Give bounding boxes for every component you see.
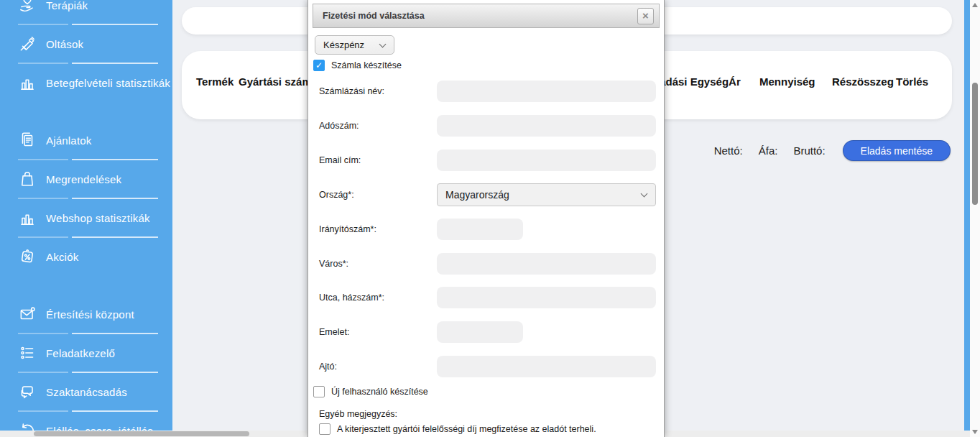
sidebar-item-label: Akciók <box>46 251 78 263</box>
sidebar-divider <box>0 24 172 25</box>
sidebar-divider <box>0 159 172 160</box>
floor-label: Emelet: <box>319 327 349 337</box>
shopping-bag-icon <box>18 170 37 188</box>
scroll-down-arrow-icon[interactable] <box>972 430 978 434</box>
sidebar-item-oltasok[interactable]: Oltások <box>0 25 172 63</box>
payment-method-select[interactable]: Készpénz <box>315 35 394 55</box>
vertical-scrollbar-thumb[interactable] <box>972 83 978 205</box>
sidebar-divider <box>0 198 172 199</box>
door-field-row: Ajtó: <box>308 356 665 377</box>
bar-chart-icon <box>18 73 37 92</box>
sidebar-item-label: Oltások <box>46 38 83 50</box>
new-user-checkbox-row: Új felhasználó készítése <box>313 386 428 397</box>
close-icon[interactable]: × <box>637 8 654 24</box>
email-label: Email cím: <box>319 155 361 165</box>
brutto-label: Bruttó: <box>793 144 825 157</box>
sidebar-item-ajanlatok[interactable]: Ajánlatok <box>0 121 172 159</box>
sidebar-item-megrendelesek[interactable]: Megrendelések <box>0 160 172 198</box>
netto-label: Nettó: <box>714 144 743 157</box>
chevron-down-icon <box>379 40 387 47</box>
new-user-checkbox[interactable] <box>313 386 325 397</box>
sidebar-item-terapiak[interactable]: Terápiák <box>0 0 172 24</box>
door-input[interactable] <box>437 356 656 377</box>
sidebar-divider <box>0 236 172 238</box>
payment-method-modal: Fizetési mód választása × Készpénz ✓ Szá… <box>308 0 665 437</box>
sidebar-item-label: Értesítési központ <box>46 308 134 321</box>
sidebar-item-label: Feladatkezelő <box>46 347 115 359</box>
sidebar-divider <box>0 410 172 412</box>
floor-field-row: Emelet: <box>308 321 665 343</box>
payment-method-value: Készpénz <box>315 40 376 50</box>
sidebar-item-label: Terápiák <box>46 0 88 12</box>
save-sale-button[interactable]: Eladás mentése <box>843 140 951 161</box>
country-field-row: Ország*:Magyarország <box>308 184 665 206</box>
invoice-checkbox[interactable]: ✓ <box>313 60 325 71</box>
postal-code-label: Irányítószám*: <box>319 224 376 234</box>
country-label: Ország*: <box>319 190 354 200</box>
door-label: Ajtó: <box>319 362 337 372</box>
sidebar: TerápiákOltásokBetegfelvételi statisztik… <box>0 0 172 437</box>
sidebar-item-webshop-statisztikak[interactable]: Webshop statisztikák <box>0 199 172 236</box>
chat-bubbles-icon <box>18 382 37 401</box>
postal-code-input[interactable] <box>437 218 523 240</box>
right-edge-strip <box>964 0 970 437</box>
sidebar-divider <box>0 333 172 334</box>
tax-number-field-row: Adószám: <box>308 115 665 137</box>
app-window: TerápiákOltásokBetegfelvételi statisztik… <box>0 0 980 437</box>
city-label: Város*: <box>319 259 348 269</box>
billing-name-field-row: Számlázási név: <box>308 80 665 102</box>
column-header-reszosszeg: Részösszeg <box>832 75 894 88</box>
envelope-icon <box>18 305 37 323</box>
afa-label: Áfa: <box>759 144 778 157</box>
postal-code-field-row: Irányítószám*: <box>308 218 665 240</box>
invoice-checkbox-label: Számla készítése <box>331 60 402 70</box>
column-header-torles: Törlés <box>896 75 928 88</box>
billing-name-input[interactable] <box>437 80 656 102</box>
floor-input[interactable] <box>437 321 523 343</box>
sidebar-item-szaktanacsadas[interactable]: Szaktanácsadás <box>0 373 172 410</box>
vertical-scrollbar[interactable] <box>970 0 980 437</box>
sidebar-sections: TerápiákOltásokBetegfelvételi statisztik… <box>0 0 172 437</box>
sidebar-item-akciok[interactable]: Akciók <box>0 238 172 275</box>
bar-chart-icon <box>18 208 37 227</box>
sidebar-divider <box>0 372 172 373</box>
sidebar-item-ertesitesi-kozpont[interactable]: Értesítési központ <box>0 295 172 333</box>
syringe-icon <box>18 34 37 53</box>
sidebar-item-label: Ajánlatok <box>46 134 92 147</box>
epr-fee-checkbox-row: A kiterjesztett gyártói felelősségi díj … <box>319 423 596 435</box>
modal-title: Fizetési mód választása <box>323 11 425 21</box>
hand-heart-icon <box>18 0 37 14</box>
modal-header[interactable]: Fizetési mód választása × <box>313 4 660 28</box>
country-select-value: Magyarország <box>438 189 637 201</box>
discount-tag-icon <box>18 247 37 266</box>
city-input[interactable] <box>437 253 656 275</box>
sidebar-item-betegfelveteli-statisztikak[interactable]: Betegfelvételi statisztikák <box>0 64 172 101</box>
street-field-row: Utca, házszám*: <box>308 287 665 308</box>
column-header-mennyiseg: Mennyiség <box>759 75 815 88</box>
tax-number-input[interactable] <box>437 115 656 137</box>
column-header-gyartasi-szam: Gyártási szám <box>239 75 312 88</box>
city-field-row: Város*: <box>308 253 665 275</box>
street-input[interactable] <box>437 287 656 308</box>
scroll-up-arrow-icon[interactable] <box>972 3 978 7</box>
horizontal-scrollbar-thumb[interactable] <box>34 431 249 436</box>
street-label: Utca, házszám*: <box>319 293 384 303</box>
email-input[interactable] <box>437 150 656 171</box>
sidebar-item-label: Webshop statisztikák <box>46 212 150 224</box>
epr-fee-checkbox-label: A kiterjesztett gyártói felelősségi díj … <box>337 424 596 434</box>
email-field-row: Email cím: <box>308 150 665 171</box>
tax-number-label: Adószám: <box>319 121 359 131</box>
sidebar-item-label: Megrendelések <box>46 173 121 185</box>
column-header-termek: Termék <box>196 75 234 88</box>
sidebar-item-label: Betegfelvételi statisztikák <box>46 77 170 89</box>
epr-fee-checkbox[interactable] <box>319 423 330 435</box>
other-note-label: Egyéb megjegyzés: <box>319 409 397 419</box>
new-user-checkbox-label: Új felhasználó készítése <box>331 387 428 397</box>
billing-name-label: Számlázási név: <box>319 86 384 96</box>
chevron-down-icon <box>641 190 648 198</box>
country-select[interactable]: Magyarország <box>437 183 656 206</box>
documents-icon <box>18 131 37 150</box>
sidebar-item-feladatkezelo[interactable]: Feladatkezelő <box>0 334 172 372</box>
sale-summary-row: Nettó: Áfa: Bruttó: Eladás mentése <box>714 140 951 161</box>
sidebar-item-label: Szaktanácsadás <box>46 386 127 398</box>
